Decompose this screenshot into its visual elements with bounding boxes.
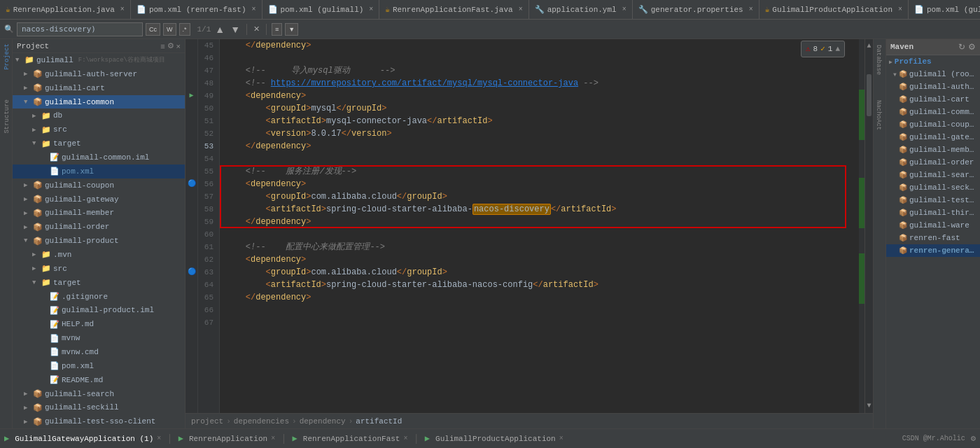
run-icon-1: ▶ — [178, 433, 183, 444]
close-sidebar-btn[interactable]: × — [176, 41, 181, 50]
tab-renren-fast-app[interactable]: ☕ RenrenApplicationFast.java × — [379, 0, 528, 20]
tree-item-target2[interactable]: ▼ 📁 target — [13, 276, 185, 290]
run-close-icon[interactable]: × — [157, 435, 161, 442]
tree-item-target[interactable]: ▼ 📁 target — [13, 136, 185, 150]
breadcrumb-dependency[interactable]: dependency — [300, 417, 346, 426]
tree-item-member[interactable]: ▶ 📦 gulimall-member — [13, 206, 185, 220]
tab-pom-renren[interactable]: 📄 pom.xml (renren-fast) × — [131, 0, 262, 20]
tree-item-src2[interactable]: ▶ 📁 src — [13, 262, 185, 276]
search-next-btn[interactable]: ▼ — [229, 24, 241, 35]
search-word-btn[interactable]: W — [163, 23, 176, 36]
tree-item-help[interactable]: 📝 HELP.md — [13, 317, 185, 331]
expand-indicator-btn[interactable]: ▲ — [835, 43, 840, 55]
close-icon[interactable]: × — [369, 6, 373, 13]
tree-item-db[interactable]: ▶ 📁 db — [13, 108, 185, 122]
search-options-btn[interactable]: ≡ — [272, 23, 282, 36]
breadcrumb-artifactid[interactable]: artifactId — [356, 417, 402, 426]
maven-item-ware[interactable]: 📦 gulimall-ware — [886, 219, 980, 232]
tree-item-pom-product[interactable]: 📄 pom.xml — [13, 359, 185, 373]
tree-item-mvn[interactable]: ▶ 📁 .mvn — [13, 248, 185, 262]
run-item-gateway[interactable]: GulimallGatewayApplication (1) × — [15, 435, 161, 443]
maven-settings-btn[interactable]: ⚙ — [968, 42, 976, 52]
tree-item-gulimall[interactable]: ▼ 📁 gulimall F:\workspace\谷粒商城项目 — [13, 53, 185, 67]
maven-item-member[interactable]: 📦 gulimall-membe... — [886, 144, 980, 156]
breadcrumb-dependencies[interactable]: dependencies — [234, 417, 289, 426]
filter-btn[interactable]: ▼ — [285, 23, 298, 36]
run-icon-0: ▶ — [4, 433, 9, 444]
tab-pom-gulimall[interactable]: 📄 pom.xml (gulimall) × — [262, 0, 380, 20]
maven-profiles-row[interactable]: ▶ Profiles — [886, 55, 980, 68]
maven-item-gulimall-root[interactable]: ▼ 📦 gulimall (root) — [886, 68, 980, 80]
vertical-scrollbar[interactable]: ▲ ▼ — [864, 39, 873, 413]
tree-item-order[interactable]: ▶ 📦 gulimall-order — [13, 220, 185, 234]
run-close-icon[interactable]: × — [271, 435, 275, 442]
vtab-project[interactable]: Project — [0, 39, 12, 74]
scrollbar-thumb[interactable] — [867, 74, 872, 116]
search-prev-btn[interactable]: ▲ — [214, 24, 226, 35]
maven-refresh-btn[interactable]: ↻ — [958, 42, 965, 52]
run-item-renren[interactable]: RenrenApplication × — [189, 435, 275, 443]
tree-item-product-iml[interactable]: 📝 gulimall-product.iml — [13, 303, 185, 317]
tab-pom-product[interactable]: 📄 pom.xml (gulimall-product) × — [909, 0, 980, 20]
search-input[interactable] — [17, 22, 143, 36]
maven-item-common[interactable]: 📦 gulimall-commo... — [886, 106, 980, 118]
tree-item-cart[interactable]: ▶ 📦 gulimall-cart — [13, 81, 185, 95]
tree-item-test-sso[interactable]: ▶ 📦 gulimall-test-sso-client — [13, 414, 185, 428]
tree-item-gateway[interactable]: ▶ 📦 gulimall-gateway — [13, 192, 185, 206]
tree-item-gitignore[interactable]: 📝 .gitignore — [13, 290, 185, 304]
breadcrumb-project[interactable]: project — [191, 417, 223, 426]
tree-item-common-iml[interactable]: 📝 gulimall-common.iml — [13, 150, 185, 164]
maven-item-gateway[interactable]: 📦 gulimall-gatew... — [886, 131, 980, 144]
tab-generator[interactable]: 🔧 generator.properties × — [633, 0, 760, 20]
maven-item-renren-fast[interactable]: 📦 renren-fast — [886, 232, 980, 244]
tree-item-mvnw-cmd[interactable]: 📄 mvnw.cmd — [13, 345, 185, 359]
tree-item-product[interactable]: ▼ 📦 gulimall-product — [13, 234, 185, 248]
maven-item-third[interactable]: 📦 gulimall-third-par... — [886, 206, 980, 219]
search-close-btn[interactable]: ✕ — [252, 24, 261, 34]
tab-gulimall-product-app[interactable]: ☕ GulimallProductApplication × — [760, 0, 909, 20]
run-item-gulimall-product[interactable]: GulimallProductApplication × — [435, 435, 564, 443]
settings-btn[interactable]: ⚙ — [167, 41, 174, 50]
tab-app-yml[interactable]: 🔧 application.yml × — [529, 0, 633, 20]
tree-item-src[interactable]: ▶ 📁 src — [13, 122, 185, 136]
tree-item-pom-common[interactable]: 📄 pom.xml — [13, 164, 185, 178]
vtab-structure[interactable]: Structure — [0, 95, 12, 138]
tree-item-readme[interactable]: 📝 README.md — [13, 373, 185, 387]
tree-item-auth[interactable]: ▶ 📦 gulimall-auth-server — [13, 67, 185, 81]
collapse-all-btn[interactable]: ≡ — [160, 41, 164, 50]
maven-item-cart[interactable]: 📦 gulimall-cart — [886, 93, 980, 106]
tree-item-coupon[interactable]: ▶ 📦 gulimall-coupon — [13, 178, 185, 192]
tab-renren-app[interactable]: ☕ RenrenApplication.java × — [0, 0, 131, 20]
settings-icon[interactable]: ⚙ — [971, 433, 976, 444]
close-icon[interactable]: × — [749, 6, 753, 13]
search-case-btn[interactable]: Cc — [146, 23, 160, 36]
maven-item-auth[interactable]: 📦 gulimall-auth-se... — [886, 80, 980, 93]
search-regex-btn[interactable]: .* — [179, 23, 190, 36]
close-icon[interactable]: × — [120, 6, 125, 13]
top-tabs-bar[interactable]: ☕ RenrenApplication.java × 📄 pom.xml (re… — [0, 0, 980, 20]
maven-item-search[interactable]: 📦 gulimall-search — [886, 169, 980, 181]
maven-item-coupon[interactable]: 📦 gulimall-coupon — [886, 118, 980, 131]
run-close-icon[interactable]: × — [559, 435, 564, 442]
maven-label: gulimall-ware — [909, 221, 969, 230]
tree-item-mvnw[interactable]: 📄 mvnw — [13, 331, 185, 345]
module-icon: 📦 — [33, 97, 43, 106]
vtab-nachoact[interactable]: NachoAct — [874, 94, 886, 136]
tree-item-search[interactable]: ▶ 📦 gulimall-search — [13, 387, 185, 401]
close-icon[interactable]: × — [519, 6, 523, 13]
maven-item-seckill[interactable]: 📦 gulimall-seckill — [886, 181, 980, 194]
maven-item-renren-gen[interactable]: 📦 renren-generato... — [886, 244, 980, 257]
maven-item-order[interactable]: 📦 gulimall-order — [886, 156, 980, 169]
vtab-database[interactable]: Database — [874, 39, 886, 80]
maven-item-test-sso[interactable]: 📦 gulimall-test-ssc... — [886, 194, 980, 206]
tree-item-seckill[interactable]: ▶ 📦 gulimall-seckill — [13, 400, 185, 414]
editor-content[interactable]: ▶ 🔵 🔵 45 — [186, 39, 873, 413]
close-icon[interactable]: × — [622, 6, 626, 13]
tree-item-common[interactable]: ▼ 📦 gulimall-common — [13, 95, 185, 109]
close-icon[interactable]: × — [252, 6, 256, 13]
close-icon[interactable]: × — [898, 6, 902, 13]
run-item-renren-fast[interactable]: RenrenApplicationFast × — [303, 435, 408, 443]
run-close-icon[interactable]: × — [403, 435, 407, 442]
code-editor[interactable]: ⚠ 8 ✓ 1 ▲ </dependency> — [220, 39, 859, 413]
error-indicator[interactable]: ⚠ 8 ✓ 1 ▲ — [801, 41, 845, 57]
